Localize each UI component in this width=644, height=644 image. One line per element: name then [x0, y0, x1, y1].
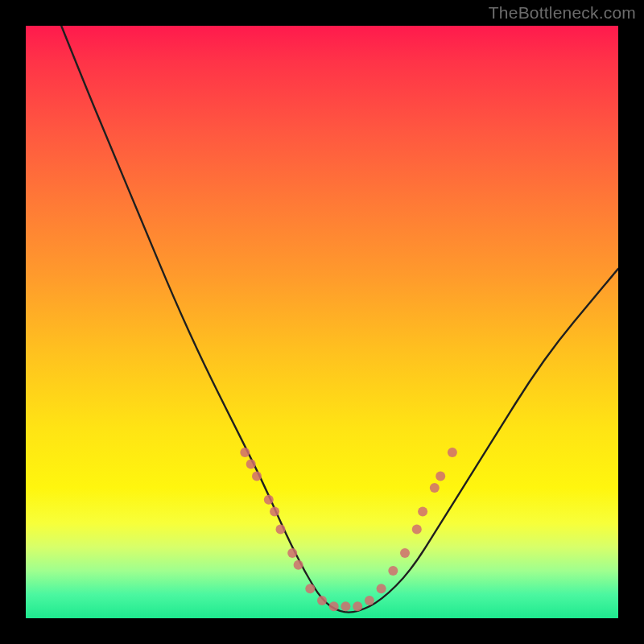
data-marker [329, 601, 339, 611]
marker-group [240, 448, 457, 611]
data-marker [377, 584, 386, 593]
data-marker [436, 471, 445, 481]
watermark-text: TheBottleneck.com [489, 3, 636, 23]
chart-svg [26, 26, 618, 618]
data-marker [365, 596, 374, 605]
data-marker [294, 560, 303, 570]
data-marker [448, 448, 457, 457]
data-marker [341, 601, 350, 611]
plot-area [26, 26, 618, 618]
data-marker [276, 525, 286, 535]
data-marker [317, 596, 327, 605]
bottleneck-curve-path [61, 26, 618, 613]
data-marker [240, 448, 250, 457]
data-marker [418, 507, 427, 517]
data-marker [388, 566, 398, 576]
data-marker [252, 471, 262, 481]
data-marker [305, 584, 315, 593]
data-marker [246, 460, 256, 469]
data-marker [430, 483, 440, 493]
data-marker [270, 507, 279, 517]
data-marker [353, 601, 362, 611]
data-marker [412, 525, 422, 535]
outer-frame: TheBottleneck.com [0, 0, 644, 644]
data-marker [400, 548, 410, 558]
data-marker [287, 548, 297, 558]
data-marker [264, 495, 274, 505]
